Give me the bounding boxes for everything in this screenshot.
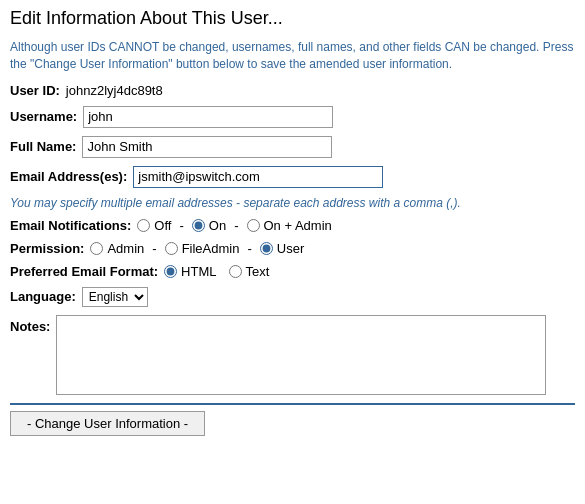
notifications-off-label[interactable]: Off xyxy=(154,218,171,233)
permission-fileadmin-label[interactable]: FileAdmin xyxy=(182,241,240,256)
username-row: Username: xyxy=(10,106,575,128)
user-id-row: User ID: johnz2lyj4dc89t8 xyxy=(10,83,575,98)
fullname-input[interactable] xyxy=(82,136,332,158)
separator4: - xyxy=(247,241,251,256)
fullname-row: Full Name: xyxy=(10,136,575,158)
separator2: - xyxy=(234,218,238,233)
permission-row: Permission: Admin - FileAdmin - User xyxy=(10,241,575,256)
permission-label: Permission: xyxy=(10,241,84,256)
email-format-row: Preferred Email Format: HTML Text xyxy=(10,264,575,279)
separator1: - xyxy=(179,218,183,233)
notifications-on-radio[interactable] xyxy=(192,219,205,232)
email-input[interactable] xyxy=(133,166,383,188)
email-row: Email Address(es): xyxy=(10,166,575,188)
user-id-value: johnz2lyj4dc89t8 xyxy=(66,83,163,98)
notifications-onadmin-radio[interactable] xyxy=(247,219,260,232)
email-format-text-label[interactable]: Text xyxy=(246,264,270,279)
permission-user-radio[interactable] xyxy=(260,242,273,255)
email-format-text-radio[interactable] xyxy=(229,265,242,278)
notifications-off-radio[interactable] xyxy=(137,219,150,232)
change-user-info-button[interactable]: - Change User Information - xyxy=(10,411,205,436)
permission-group: Admin - FileAdmin - User xyxy=(90,241,304,256)
page-title: Edit Information About This User... xyxy=(10,8,575,29)
permission-admin-radio[interactable] xyxy=(90,242,103,255)
permission-admin-label[interactable]: Admin xyxy=(107,241,144,256)
username-label: Username: xyxy=(10,109,77,124)
username-input[interactable] xyxy=(83,106,333,128)
language-label: Language: xyxy=(10,289,76,304)
user-id-label: User ID: xyxy=(10,83,60,98)
permission-user-label[interactable]: User xyxy=(277,241,304,256)
info-text: Although user IDs CANNOT be changed, use… xyxy=(10,39,575,73)
notes-row: Notes: xyxy=(10,315,575,395)
notifications-on-label[interactable]: On xyxy=(209,218,226,233)
language-row: Language: English xyxy=(10,287,575,307)
email-format-html-radio[interactable] xyxy=(164,265,177,278)
email-hint: You may specify multiple email addresses… xyxy=(10,196,575,210)
separator3: - xyxy=(152,241,156,256)
button-row: - Change User Information - xyxy=(10,403,575,436)
email-format-html-label[interactable]: HTML xyxy=(181,264,216,279)
notes-label: Notes: xyxy=(10,319,50,334)
language-select[interactable]: English xyxy=(82,287,148,307)
email-label: Email Address(es): xyxy=(10,169,127,184)
email-format-label: Preferred Email Format: xyxy=(10,264,158,279)
notes-textarea[interactable] xyxy=(56,315,546,395)
permission-fileadmin-radio[interactable] xyxy=(165,242,178,255)
notifications-label: Email Notifications: xyxy=(10,218,131,233)
notifications-onadmin-label[interactable]: On + Admin xyxy=(264,218,332,233)
fullname-label: Full Name: xyxy=(10,139,76,154)
email-format-group: HTML Text xyxy=(164,264,269,279)
notifications-group: Off - On - On + Admin xyxy=(137,218,331,233)
notifications-row: Email Notifications: Off - On - On + Adm… xyxy=(10,218,575,233)
